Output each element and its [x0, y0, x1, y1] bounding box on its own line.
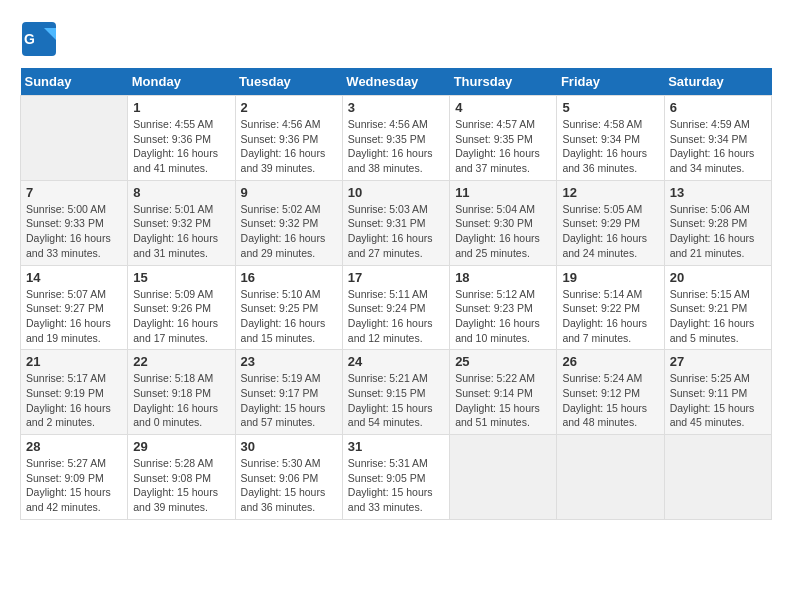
day-number: 9: [241, 185, 337, 200]
day-cell: 15Sunrise: 5:09 AMSunset: 9:26 PMDayligh…: [128, 265, 235, 350]
day-info: Sunrise: 5:02 AMSunset: 9:32 PMDaylight:…: [241, 202, 337, 261]
week-row-1: 1Sunrise: 4:55 AMSunset: 9:36 PMDaylight…: [21, 96, 772, 181]
day-cell: 29Sunrise: 5:28 AMSunset: 9:08 PMDayligh…: [128, 435, 235, 520]
day-info: Sunrise: 5:15 AMSunset: 9:21 PMDaylight:…: [670, 287, 766, 346]
day-cell: [557, 435, 664, 520]
day-cell: 11Sunrise: 5:04 AMSunset: 9:30 PMDayligh…: [450, 180, 557, 265]
day-info: Sunrise: 4:55 AMSunset: 9:36 PMDaylight:…: [133, 117, 229, 176]
day-info: Sunrise: 5:30 AMSunset: 9:06 PMDaylight:…: [241, 456, 337, 515]
day-cell: 27Sunrise: 5:25 AMSunset: 9:11 PMDayligh…: [664, 350, 771, 435]
day-number: 21: [26, 354, 122, 369]
day-cell: 21Sunrise: 5:17 AMSunset: 9:19 PMDayligh…: [21, 350, 128, 435]
day-cell: 13Sunrise: 5:06 AMSunset: 9:28 PMDayligh…: [664, 180, 771, 265]
day-number: 3: [348, 100, 444, 115]
header-wednesday: Wednesday: [342, 68, 449, 96]
day-info: Sunrise: 5:17 AMSunset: 9:19 PMDaylight:…: [26, 371, 122, 430]
day-cell: [21, 96, 128, 181]
day-number: 18: [455, 270, 551, 285]
day-cell: 24Sunrise: 5:21 AMSunset: 9:15 PMDayligh…: [342, 350, 449, 435]
day-info: Sunrise: 5:25 AMSunset: 9:11 PMDaylight:…: [670, 371, 766, 430]
day-number: 17: [348, 270, 444, 285]
day-cell: 9Sunrise: 5:02 AMSunset: 9:32 PMDaylight…: [235, 180, 342, 265]
day-info: Sunrise: 5:01 AMSunset: 9:32 PMDaylight:…: [133, 202, 229, 261]
header-monday: Monday: [128, 68, 235, 96]
day-info: Sunrise: 5:28 AMSunset: 9:08 PMDaylight:…: [133, 456, 229, 515]
day-info: Sunrise: 5:31 AMSunset: 9:05 PMDaylight:…: [348, 456, 444, 515]
day-info: Sunrise: 5:00 AMSunset: 9:33 PMDaylight:…: [26, 202, 122, 261]
day-cell: 10Sunrise: 5:03 AMSunset: 9:31 PMDayligh…: [342, 180, 449, 265]
day-info: Sunrise: 5:24 AMSunset: 9:12 PMDaylight:…: [562, 371, 658, 430]
day-info: Sunrise: 5:18 AMSunset: 9:18 PMDaylight:…: [133, 371, 229, 430]
header-saturday: Saturday: [664, 68, 771, 96]
day-cell: 31Sunrise: 5:31 AMSunset: 9:05 PMDayligh…: [342, 435, 449, 520]
day-info: Sunrise: 5:22 AMSunset: 9:14 PMDaylight:…: [455, 371, 551, 430]
day-info: Sunrise: 4:58 AMSunset: 9:34 PMDaylight:…: [562, 117, 658, 176]
day-number: 4: [455, 100, 551, 115]
day-cell: 2Sunrise: 4:56 AMSunset: 9:36 PMDaylight…: [235, 96, 342, 181]
day-cell: 28Sunrise: 5:27 AMSunset: 9:09 PMDayligh…: [21, 435, 128, 520]
day-cell: 4Sunrise: 4:57 AMSunset: 9:35 PMDaylight…: [450, 96, 557, 181]
day-number: 14: [26, 270, 122, 285]
week-row-5: 28Sunrise: 5:27 AMSunset: 9:09 PMDayligh…: [21, 435, 772, 520]
day-cell: 6Sunrise: 4:59 AMSunset: 9:34 PMDaylight…: [664, 96, 771, 181]
day-info: Sunrise: 5:11 AMSunset: 9:24 PMDaylight:…: [348, 287, 444, 346]
day-cell: 17Sunrise: 5:11 AMSunset: 9:24 PMDayligh…: [342, 265, 449, 350]
header-tuesday: Tuesday: [235, 68, 342, 96]
logo: G: [20, 20, 60, 58]
day-cell: 1Sunrise: 4:55 AMSunset: 9:36 PMDaylight…: [128, 96, 235, 181]
day-number: 26: [562, 354, 658, 369]
day-number: 30: [241, 439, 337, 454]
week-row-4: 21Sunrise: 5:17 AMSunset: 9:19 PMDayligh…: [21, 350, 772, 435]
day-cell: [664, 435, 771, 520]
day-number: 2: [241, 100, 337, 115]
day-number: 15: [133, 270, 229, 285]
day-number: 24: [348, 354, 444, 369]
day-number: 12: [562, 185, 658, 200]
day-info: Sunrise: 5:21 AMSunset: 9:15 PMDaylight:…: [348, 371, 444, 430]
calendar-table: SundayMondayTuesdayWednesdayThursdayFrid…: [20, 68, 772, 520]
day-cell: 19Sunrise: 5:14 AMSunset: 9:22 PMDayligh…: [557, 265, 664, 350]
day-cell: 18Sunrise: 5:12 AMSunset: 9:23 PMDayligh…: [450, 265, 557, 350]
day-number: 7: [26, 185, 122, 200]
day-info: Sunrise: 4:56 AMSunset: 9:36 PMDaylight:…: [241, 117, 337, 176]
day-number: 31: [348, 439, 444, 454]
day-cell: 22Sunrise: 5:18 AMSunset: 9:18 PMDayligh…: [128, 350, 235, 435]
day-info: Sunrise: 5:10 AMSunset: 9:25 PMDaylight:…: [241, 287, 337, 346]
day-number: 11: [455, 185, 551, 200]
day-info: Sunrise: 5:05 AMSunset: 9:29 PMDaylight:…: [562, 202, 658, 261]
header: G: [20, 20, 772, 58]
day-number: 8: [133, 185, 229, 200]
day-cell: 5Sunrise: 4:58 AMSunset: 9:34 PMDaylight…: [557, 96, 664, 181]
day-number: 27: [670, 354, 766, 369]
day-number: 23: [241, 354, 337, 369]
day-cell: 12Sunrise: 5:05 AMSunset: 9:29 PMDayligh…: [557, 180, 664, 265]
day-number: 19: [562, 270, 658, 285]
day-number: 10: [348, 185, 444, 200]
day-info: Sunrise: 5:14 AMSunset: 9:22 PMDaylight:…: [562, 287, 658, 346]
day-info: Sunrise: 5:07 AMSunset: 9:27 PMDaylight:…: [26, 287, 122, 346]
day-number: 13: [670, 185, 766, 200]
day-cell: 30Sunrise: 5:30 AMSunset: 9:06 PMDayligh…: [235, 435, 342, 520]
header-thursday: Thursday: [450, 68, 557, 96]
day-cell: 16Sunrise: 5:10 AMSunset: 9:25 PMDayligh…: [235, 265, 342, 350]
day-info: Sunrise: 5:04 AMSunset: 9:30 PMDaylight:…: [455, 202, 551, 261]
day-info: Sunrise: 4:57 AMSunset: 9:35 PMDaylight:…: [455, 117, 551, 176]
logo-icon: G: [20, 20, 58, 58]
day-info: Sunrise: 4:59 AMSunset: 9:34 PMDaylight:…: [670, 117, 766, 176]
day-info: Sunrise: 5:12 AMSunset: 9:23 PMDaylight:…: [455, 287, 551, 346]
day-cell: 23Sunrise: 5:19 AMSunset: 9:17 PMDayligh…: [235, 350, 342, 435]
day-cell: 25Sunrise: 5:22 AMSunset: 9:14 PMDayligh…: [450, 350, 557, 435]
day-cell: 20Sunrise: 5:15 AMSunset: 9:21 PMDayligh…: [664, 265, 771, 350]
day-info: Sunrise: 5:06 AMSunset: 9:28 PMDaylight:…: [670, 202, 766, 261]
svg-text:G: G: [24, 31, 35, 47]
header-sunday: Sunday: [21, 68, 128, 96]
day-number: 6: [670, 100, 766, 115]
day-number: 28: [26, 439, 122, 454]
day-number: 25: [455, 354, 551, 369]
header-friday: Friday: [557, 68, 664, 96]
day-cell: 3Sunrise: 4:56 AMSunset: 9:35 PMDaylight…: [342, 96, 449, 181]
week-row-3: 14Sunrise: 5:07 AMSunset: 9:27 PMDayligh…: [21, 265, 772, 350]
day-info: Sunrise: 5:27 AMSunset: 9:09 PMDaylight:…: [26, 456, 122, 515]
day-cell: 26Sunrise: 5:24 AMSunset: 9:12 PMDayligh…: [557, 350, 664, 435]
calendar-header-row: SundayMondayTuesdayWednesdayThursdayFrid…: [21, 68, 772, 96]
